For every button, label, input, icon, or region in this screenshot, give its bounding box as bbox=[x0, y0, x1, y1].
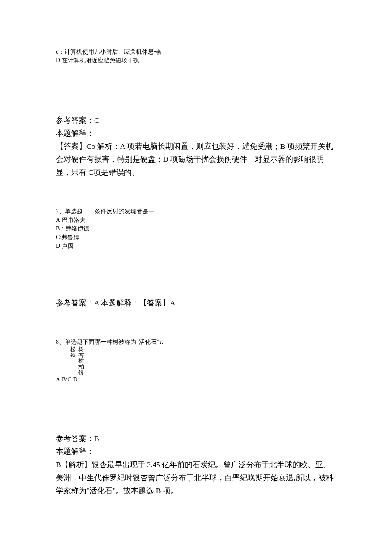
q6-option-d: D:在计算机附近应避免磁场干扰 bbox=[56, 56, 336, 65]
document-page: c：计算机使用几小时后，应关机休息•会 D:在计算机附近应避免磁场干扰 参考答案… bbox=[0, 0, 392, 555]
q7-option-b: B：弗洛伊德 bbox=[56, 224, 336, 233]
q8-answer-label: 参考答案：B bbox=[56, 432, 336, 445]
q7-stem: 7、单选题 条件反射的发现者是一 bbox=[56, 207, 336, 216]
q8-vert-col1: 松 铁 bbox=[70, 346, 76, 375]
q7-option-c: C:弗鲁姆 bbox=[56, 233, 336, 242]
q6-option-c: c：计算机使用几小时后，应关机休息•会 bbox=[56, 48, 336, 56]
q8-vert-col2: 树 杏 树 柏 银 bbox=[78, 346, 84, 375]
q6-explanation-body: 【答案】Co 解析：A 项若电脑长期闲置，则应包装好，避免受潮；B 项频繁开关机… bbox=[56, 140, 336, 179]
q7-option-a: A:巴甫洛夫 bbox=[56, 216, 336, 224]
q6-explanation-label: 本题解释： bbox=[56, 127, 336, 140]
q6-answer-label: 参考答案：C bbox=[56, 114, 336, 127]
q8-explanation-label: 本题解释： bbox=[56, 445, 336, 458]
q7-answer-line: 参考答案：A 本题解释：【答案】A bbox=[56, 296, 336, 310]
q8-vertical-options: 松 铁 树 杏 树 柏 银 bbox=[70, 346, 336, 375]
q8-stem: 8、单选题下面哪一种树被称为"活化石"?. bbox=[56, 338, 336, 346]
q8-option-labels: A:B:C:D: bbox=[56, 375, 336, 384]
q7-option-d: D:卢因 bbox=[56, 242, 336, 250]
q8-explanation-body: B【解析】银杏最早出现于 3.45 亿年前的石炭纪。曾广泛分布于北半球的欧、亚、… bbox=[56, 458, 336, 497]
